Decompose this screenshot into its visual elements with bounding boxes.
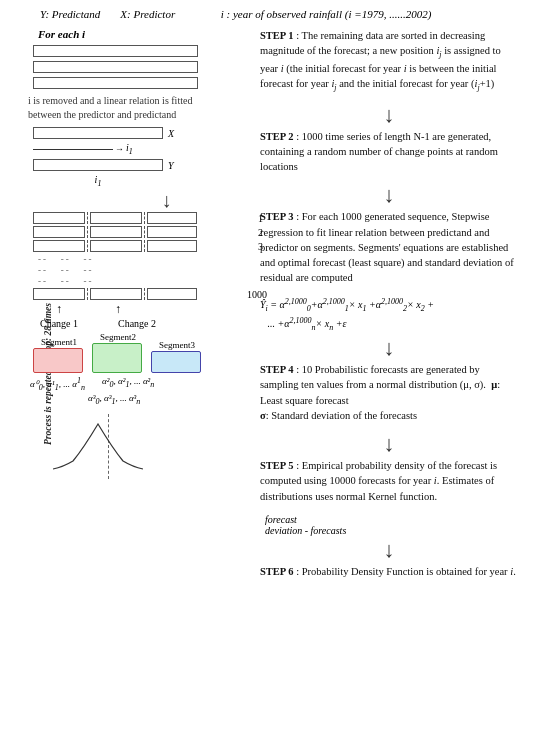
step-arrow-5: ↓ — [260, 539, 518, 561]
page: Y: Predictand X: Predictor i : year of o… — [0, 0, 533, 755]
dots-3: -- -- -- — [38, 276, 245, 286]
row-group-3: 3 — [33, 240, 245, 252]
seg1-box — [33, 348, 83, 373]
r4b — [90, 288, 142, 300]
dash6 — [144, 240, 145, 252]
row3-rects — [33, 240, 197, 252]
i1-arrow-row: → i1 — [33, 142, 245, 156]
data-row-x: X — [33, 126, 245, 140]
up-arrows-row: ↑ ↑ — [33, 302, 245, 317]
left-panel: For each i i is removed and a linear rel… — [10, 28, 250, 589]
change2-label: Change 2 — [111, 318, 163, 329]
dash3 — [87, 226, 88, 238]
change-labels: Change 1 Change 2 — [33, 318, 245, 329]
dots-2: -- -- -- — [38, 265, 245, 275]
y-label-row: Y — [168, 160, 174, 171]
dash7 — [87, 288, 88, 300]
row-group-1: 1 — [33, 212, 245, 224]
r1b — [90, 212, 142, 224]
seg2-box — [92, 343, 142, 373]
seg1-label-area: Segment1 — [33, 337, 85, 373]
dot-rows: -- -- -- -- -- -- -- -- -- — [33, 254, 245, 286]
seg2-label: Segment2 — [92, 332, 144, 342]
step1-text: : The remaining data are sorted in decre… — [260, 30, 501, 89]
numbered-rows: 1 2 — [33, 212, 245, 300]
step2-number: STEP 2 — [260, 131, 294, 142]
r4c — [147, 288, 197, 300]
arrow-1: ↓ — [88, 190, 245, 210]
bell-area — [28, 414, 245, 479]
step5-number: STEP 5 — [260, 460, 294, 471]
up-arrow-1: ↑ — [33, 302, 85, 317]
row-group-1000: 1000 — [33, 288, 245, 300]
step4-text: : 10 Probabilistic forecasts are generat… — [260, 364, 500, 405]
x-label-row: X — [168, 128, 174, 139]
row2-rects — [33, 226, 197, 238]
row1-rects — [33, 212, 197, 224]
step2-text: : 1000 time series of length N-1 are gen… — [260, 131, 498, 172]
step4-block: STEP 4 : 10 Probabilistic forecasts are … — [260, 362, 518, 423]
r3b — [90, 240, 142, 252]
dash1 — [87, 212, 88, 224]
caption1: i is removed and a linear relation is fi… — [28, 94, 245, 122]
dash4 — [144, 226, 145, 238]
main-layout: For each i i is removed and a linear rel… — [10, 28, 523, 589]
y-label: Y: Predictand — [40, 8, 100, 20]
xy-rows-area: X → i1 Y i1 — [33, 126, 245, 188]
step-arrow-4: ↓ — [260, 433, 518, 455]
step5-block: STEP 5 : Empirical probability density o… — [260, 458, 518, 504]
bell-curve — [48, 419, 148, 474]
seg2-label-area: Segment2 — [92, 332, 144, 373]
step3-number: STEP 3 — [260, 211, 294, 222]
step4-number: STEP 4 — [260, 364, 294, 375]
step2-block: STEP 2 : 1000 time series of length N-1 … — [260, 129, 518, 175]
rect-1 — [33, 45, 198, 57]
dots-1: -- -- -- — [38, 254, 245, 264]
step-arrow-1: ↓ — [260, 104, 518, 126]
row1000-rects — [33, 288, 197, 300]
data-row-2 — [33, 60, 245, 74]
dash2 — [144, 212, 145, 224]
step-arrow-2: ↓ — [260, 184, 518, 206]
r2c — [147, 226, 197, 238]
num-1000: 1000 — [247, 289, 267, 300]
deviation-forecasts-label: deviation - forecasts — [265, 525, 346, 536]
r4a — [33, 288, 85, 300]
data-row-y: Y — [33, 158, 245, 172]
forecast-label-area: forecast deviation - forecasts — [260, 514, 518, 536]
alpha3: α³0, α³1, ... α³n — [88, 393, 140, 403]
i1-bottom-label: i1 — [33, 174, 163, 188]
step1-number: STEP 1 — [260, 30, 294, 41]
step-arrow-3: ↓ — [260, 337, 518, 359]
row-group-2: 2 — [33, 226, 245, 238]
step3-block: STEP 3 : For each 1000 generated sequenc… — [260, 209, 518, 285]
step6-number: STEP 6 — [260, 566, 294, 577]
step1-block: STEP 1 : The remaining data are sorted i… — [260, 28, 518, 94]
r1a — [33, 212, 85, 224]
r2a — [33, 226, 85, 238]
num-3: 3 — [258, 241, 263, 252]
rect-3 — [33, 77, 198, 89]
step6-block: STEP 6 : Probability Density Function is… — [260, 564, 518, 579]
r3c — [147, 240, 197, 252]
forecast-label: forecast — [265, 514, 297, 525]
for-each-label: For each i — [28, 28, 245, 40]
up-arrow-2: ↑ — [92, 302, 144, 317]
i-label: i : year of observed rainfall (i =1979, … — [221, 8, 432, 20]
alpha2: α²0, α²1, ... α²n — [102, 376, 157, 392]
dash5 — [87, 240, 88, 252]
rect-x — [33, 127, 163, 139]
change1-label: Change 1 — [33, 318, 85, 329]
seg3-label-area: Segment3 — [151, 340, 203, 373]
num-2: 2 — [258, 227, 263, 238]
step5-text: : Empirical probability density of the f… — [260, 460, 497, 501]
dash8 — [144, 288, 145, 300]
data-row-1 — [33, 44, 245, 58]
data-row-3 — [33, 76, 245, 90]
i1-label: i1 — [126, 142, 133, 156]
segment-labels-row: Segment1 Segment2 Segment3 — [33, 332, 245, 373]
rect-y — [33, 159, 163, 171]
alpha1: α⁰0, α¹1, ... α1n — [30, 376, 85, 392]
seg1-label: Segment1 — [33, 337, 85, 347]
alpha-rows: α⁰0, α¹1, ... α1n α²0, α²1, ... α²n — [30, 376, 245, 392]
